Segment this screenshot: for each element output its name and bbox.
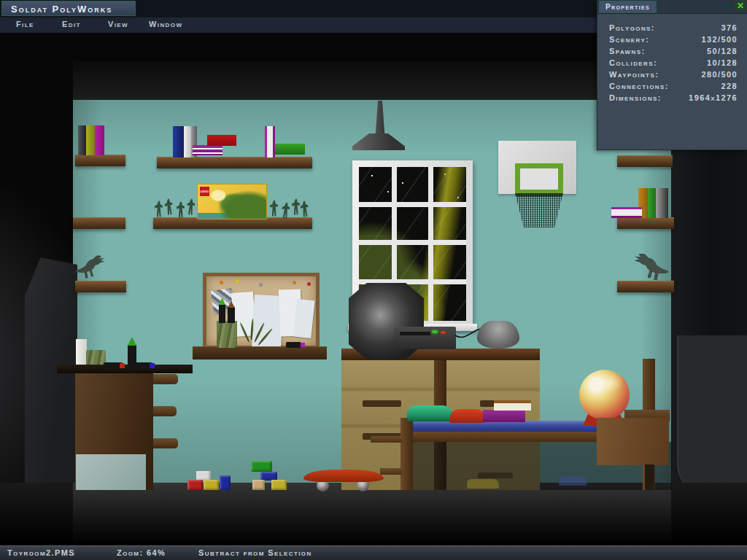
cabinet-handle (152, 374, 178, 384)
prop-value: 280/500 (701, 70, 738, 80)
toy-car-red (449, 409, 484, 423)
shelf-top-left (75, 155, 125, 166)
prop-row-dimensions: Dimensions: 1964x1276 (609, 93, 738, 104)
properties-header: Properties ✕ (597, 0, 747, 14)
book-white-purple-horizontal (611, 207, 642, 218)
book-red-horizontal (207, 135, 236, 146)
lego-logo: LEGO (200, 187, 209, 196)
marker-in-cup (219, 304, 225, 323)
book-magenta (95, 125, 104, 155)
toy-block-red (187, 480, 203, 490)
toy-block-blue (220, 475, 231, 490)
prop-row-colliders: Colliders: 10/128 (609, 58, 738, 69)
toy-car-green (407, 405, 454, 421)
prop-label: Spawns: (609, 47, 646, 57)
toy-car-yellow-faint (467, 479, 499, 489)
skateboard-deck (303, 470, 384, 482)
desk-leg (645, 464, 654, 490)
floor-shadow-left (0, 483, 73, 545)
polyworks-window: Soldat PolyWorks File Edit View Window (0, 0, 747, 560)
marker-in-cup (228, 307, 235, 323)
menu-file[interactable]: File (16, 20, 34, 28)
right-gray-pillar (677, 335, 747, 497)
menu-edit[interactable]: Edit (62, 20, 81, 28)
book-black (78, 125, 86, 155)
toy-ball (579, 370, 630, 420)
pushpin (293, 281, 296, 284)
shelf-dino-right (617, 281, 674, 292)
shelf-dino-left (75, 281, 126, 292)
prop-label: Waypoints: (609, 70, 659, 80)
floor-shadow-right (671, 483, 747, 545)
ladder-rung (371, 436, 402, 443)
marker-on-shelf (286, 342, 301, 348)
prop-value: 50/128 (707, 47, 738, 57)
floor (0, 483, 747, 545)
shelf-top-center (157, 157, 312, 168)
corkboard-shelf (193, 346, 327, 359)
marker-blue-tip (150, 363, 155, 368)
prop-value: 10/128 (707, 58, 738, 69)
ladder-rung (380, 468, 402, 475)
statusbar: Toyroom2.PMS Zoom: 64% Subtract from Sel… (0, 545, 747, 560)
toy-block-yellow (271, 480, 287, 490)
status-mode: Subtract from Selection (198, 548, 312, 557)
lego-box: LEGO (197, 184, 267, 219)
cabinet-panel (76, 454, 146, 490)
book-olive (86, 125, 95, 155)
close-icon[interactable]: ✕ (735, 1, 746, 12)
prop-value: 132/500 (701, 35, 738, 45)
toy-block-yellow (204, 480, 219, 490)
raptor-figure-left (76, 253, 112, 282)
book-green-horizontal (275, 144, 305, 155)
gamepad (477, 321, 519, 349)
dropdown-icon[interactable] (721, 4, 732, 9)
cabinet-top (57, 365, 193, 373)
shelf-books-right (617, 217, 674, 229)
prop-value: 1964x1276 (689, 93, 738, 104)
console-led-green (432, 330, 438, 333)
basketball-rim (515, 163, 563, 195)
prop-value: 376 (721, 23, 738, 34)
raptor-figure-right (626, 253, 668, 282)
menu-window[interactable]: Window (149, 20, 182, 28)
prop-row-polygons: Polygons: 376 (609, 23, 738, 34)
book-white (184, 126, 191, 158)
shelf-top-right (617, 155, 673, 167)
prop-row-connections: Connections: 228 (609, 82, 738, 92)
cabinet-handle (152, 406, 177, 416)
window-title[interactable]: Soldat PolyWorks (1, 1, 136, 16)
toy-block-green (251, 461, 272, 472)
prop-row-waypoints: Waypoints: 280/500 (609, 70, 738, 80)
prop-row-spawns: Spawns: 50/128 (609, 47, 738, 57)
cabinet-handle (152, 438, 178, 448)
prop-label: Connections: (609, 82, 669, 92)
properties-tab[interactable]: Properties (599, 1, 657, 13)
properties-panel: Properties ✕ Polygons: 376 Scenery: 132/… (597, 0, 747, 150)
pushpin (259, 283, 263, 287)
prop-row-scenery: Scenery: 132/500 (609, 35, 738, 45)
prop-label: Polygons: (609, 23, 655, 34)
book-navy (173, 126, 184, 158)
prop-label: Scenery: (609, 35, 649, 45)
prop-value: 228 (721, 82, 738, 92)
status-filename: Toyroom2.PMS (7, 548, 75, 557)
marker-red-tip (120, 363, 125, 368)
status-zoom: Zoom: 64% (117, 548, 166, 557)
console-slot (400, 332, 430, 335)
bed-rail (411, 421, 606, 432)
pinned-note (293, 299, 314, 338)
drawer-handle (363, 400, 401, 407)
shelf-mid-left (73, 217, 125, 229)
book-striped-horizontal (193, 145, 222, 155)
book-white-magenta (265, 126, 275, 158)
room-ceiling (73, 61, 671, 100)
book-gray-fading (656, 188, 668, 218)
bed-post (400, 418, 413, 490)
desk-panel (597, 418, 669, 465)
marker-purple-tip (301, 343, 305, 347)
menu-view[interactable]: View (108, 20, 128, 28)
toy-car-blue-faint (559, 476, 587, 486)
toy-block-tan (252, 480, 265, 490)
book-green-vertical (648, 188, 656, 218)
